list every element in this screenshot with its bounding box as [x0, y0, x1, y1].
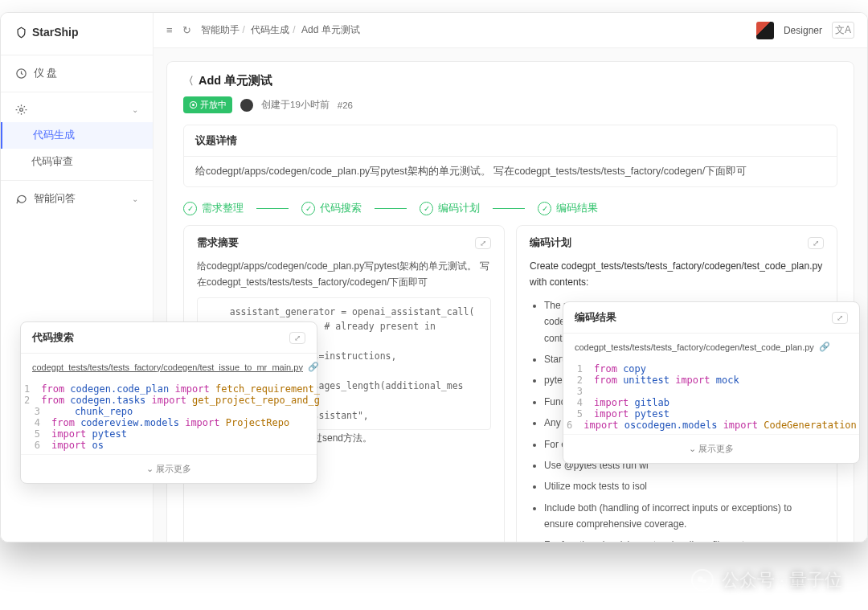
brand-icon: [15, 27, 27, 39]
link-icon[interactable]: 🔗: [308, 362, 319, 372]
check-icon: ✓: [183, 202, 197, 215]
show-more-label: 展示更多: [698, 444, 734, 453]
wechat-icon: [691, 569, 714, 592]
wechat-label: 公众号 · 量子位: [722, 568, 842, 592]
crumb[interactable]: 智能助手: [201, 24, 240, 35]
expand-icon[interactable]: ⤢: [808, 237, 824, 249]
sidebar-item-label: 智能问答: [34, 192, 76, 206]
code-listing: 1from copy2from unittest import mock34im…: [563, 360, 859, 434]
chat-icon: [15, 193, 27, 205]
refresh-icon[interactable]: ↻: [182, 24, 191, 36]
breadcrumb: 智能助手/ 代码生成/ Add 单元测试: [201, 23, 360, 37]
file-path[interactable]: codegpt_tests/tests/tests_factory/codege…: [32, 362, 303, 372]
stage-item[interactable]: ✓代码搜索: [301, 202, 362, 215]
check-icon: ✓: [538, 202, 551, 215]
page-title: Add 单元测试: [199, 73, 272, 88]
sidebar-item-label: 代码生成: [33, 129, 75, 141]
plan-item: Utilize mock tests to isol: [544, 478, 824, 494]
stage-label: 代码搜索: [320, 202, 362, 215]
summary-text: 给codegpt/apps/codegen/code_plan.py写pytes…: [197, 258, 491, 291]
crumb: Add 单元测试: [301, 24, 360, 35]
stage-line: [493, 208, 525, 209]
svg-point-3: [702, 579, 706, 583]
back-icon[interactable]: 〈: [183, 74, 194, 88]
check-icon: ✓: [301, 202, 315, 215]
plan-item: For functions involving network calls or…: [544, 537, 824, 542]
show-more-button[interactable]: ⌄ 展示更多: [21, 454, 317, 483]
show-more-button[interactable]: ⌄ 展示更多: [563, 434, 859, 463]
stage-item[interactable]: ✓编码计划: [420, 202, 480, 215]
panel-title: 需求摘要: [197, 235, 239, 250]
menu-icon[interactable]: ≡: [166, 24, 173, 36]
wechat-watermark: 公众号 · 量子位: [691, 568, 842, 592]
stage-item[interactable]: ✓需求整理: [183, 202, 244, 215]
stage-bar: ✓需求整理 ✓代码搜索 ✓编码计划 ✓编码结果: [183, 202, 837, 215]
check-icon: ✓: [420, 202, 433, 215]
expand-icon[interactable]: ⤢: [475, 237, 491, 249]
detail-body: 给codegpt/apps/codegen/code_plan.py写pytes…: [184, 157, 837, 186]
sidebar-item-qa[interactable]: 智能问答 ⌄: [1, 186, 153, 212]
file-path[interactable]: codegpt_tests/tests/tests_factory/codege…: [575, 342, 814, 352]
popup-title: 编码结果: [575, 310, 616, 325]
divider: [1, 92, 153, 92]
expand-icon[interactable]: ⤢: [289, 332, 305, 344]
status-label: 开放中: [200, 99, 227, 111]
panel-title: 编码计划: [530, 235, 571, 250]
status-icon: ⦿: [189, 100, 198, 110]
avatar[interactable]: [756, 22, 774, 39]
created-time: 创建于19小时前: [261, 99, 330, 111]
stage-line: [256, 208, 289, 209]
stage-line: [375, 208, 407, 209]
sidebar-item-label: 代码审查: [31, 156, 73, 167]
expand-icon[interactable]: ⤢: [832, 312, 848, 324]
stage-item[interactable]: ✓编码结果: [538, 202, 598, 215]
issue-number: #26: [338, 100, 353, 110]
topbar: ≡ ↻ 智能助手/ 代码生成/ Add 单元测试 Designer 文A: [154, 13, 867, 48]
show-more-label: 展示更多: [156, 464, 191, 473]
divider: [1, 55, 153, 55]
author-avatar: [240, 99, 253, 112]
sidebar-group-code[interactable]: ⌄: [1, 97, 153, 122]
code-icon: [15, 104, 27, 116]
detail-title: 议题详情: [184, 125, 837, 157]
stage-label: 编码计划: [438, 202, 480, 215]
crumb[interactable]: 代码生成: [251, 24, 289, 35]
link-icon[interactable]: 🔗: [819, 342, 830, 352]
sidebar-item-dashboard[interactable]: 仪 盘: [1, 60, 153, 87]
plan-intro: Create codegpt_tests/tests/tests_factory…: [530, 258, 824, 291]
username: Designer: [784, 25, 822, 36]
sidebar-item-label: 仪 盘: [34, 67, 57, 80]
code-result-popup: 编码结果 ⤢ codegpt_tests/tests/tests_factory…: [563, 301, 860, 464]
sidebar-item-codereview[interactable]: 代码审查: [1, 149, 153, 175]
issue-detail-box: 议题详情 给codegpt/apps/codegen/code_plan.py写…: [183, 125, 837, 187]
code-listing: 1from codegen.code_plan import fetch_req…: [21, 380, 317, 454]
status-badge: ⦿ 开放中: [183, 96, 232, 113]
brand: StarShip: [1, 26, 153, 50]
svg-point-2: [698, 576, 703, 582]
brand-label: StarShip: [32, 26, 79, 39]
language-icon[interactable]: 文A: [832, 22, 854, 39]
svg-point-1: [20, 108, 23, 112]
sidebar-item-codegen[interactable]: 代码生成: [0, 122, 153, 149]
chevron-down-icon: ⌄: [132, 194, 138, 203]
issue-header: 〈 Add 单元测试 ⦿ 开放中 创建于19小时前 #26: [183, 73, 837, 113]
code-search-popup: 代码搜索 ⤢ codegpt_tests/tests/tests_factory…: [20, 321, 317, 484]
chevron-down-icon: ⌄: [132, 105, 138, 114]
divider: [1, 180, 153, 181]
stage-label: 需求整理: [202, 202, 244, 215]
popup-title: 代码搜索: [32, 330, 74, 345]
stage-label: 编码结果: [556, 202, 598, 215]
plan-item: Include both (handling of incorrect inpu…: [544, 500, 824, 533]
dashboard-icon: [15, 68, 27, 80]
